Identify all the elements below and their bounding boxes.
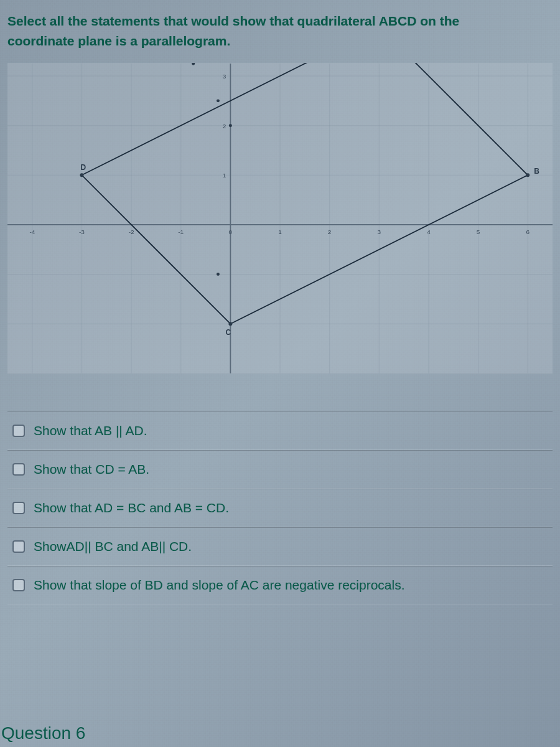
y-tick-labels: 1 2 3 bbox=[223, 73, 226, 179]
svg-point-31 bbox=[526, 173, 530, 177]
svg-text:3: 3 bbox=[223, 73, 226, 80]
svg-text:C: C bbox=[225, 328, 231, 337]
svg-text:-4: -4 bbox=[29, 228, 35, 235]
svg-text:5: 5 bbox=[477, 228, 480, 235]
question-prompt: Select all the statements that would sho… bbox=[7, 11, 553, 50]
option-2[interactable]: Show that CD = AB. bbox=[7, 450, 553, 489]
checkbox-4[interactable] bbox=[12, 540, 25, 553]
graph-svg: -4 -3 -2 -1 0 1 2 3 4 5 6 1 2 3 A B C bbox=[7, 63, 553, 374]
svg-text:3: 3 bbox=[378, 228, 381, 235]
checkbox-3[interactable] bbox=[12, 502, 25, 514]
svg-text:0: 0 bbox=[229, 228, 233, 235]
svg-text:-2: -2 bbox=[129, 228, 134, 235]
svg-text:1: 1 bbox=[223, 172, 226, 179]
option-3[interactable]: Show that AD = BC and AB = CD. bbox=[7, 489, 553, 527]
coordinate-graph: -4 -3 -2 -1 0 1 2 3 4 5 6 1 2 3 A B C bbox=[7, 63, 553, 374]
option-1-label: Show that AB || AD. bbox=[34, 423, 147, 438]
option-1[interactable]: Show that AB || AD. bbox=[7, 411, 553, 450]
prompt-line-1: Select all the statements that would sho… bbox=[7, 14, 459, 28]
checkbox-2[interactable] bbox=[12, 463, 25, 476]
answer-options: Show that AB || AD. Show that CD = AB. S… bbox=[7, 411, 553, 604]
svg-point-33 bbox=[80, 173, 83, 177]
option-4-label: ShowAD|| BC and AB|| CD. bbox=[34, 539, 192, 554]
prompt-line-2: coordinate plane is a parallelogram. bbox=[7, 34, 230, 48]
svg-text:-1: -1 bbox=[178, 228, 184, 235]
option-3-label: Show that AD = BC and AB = CD. bbox=[34, 500, 229, 515]
svg-text:1: 1 bbox=[278, 228, 282, 235]
checkbox-5[interactable] bbox=[12, 579, 25, 591]
svg-point-40 bbox=[229, 124, 232, 127]
option-5[interactable]: Show that slope of BD and slope of AC ar… bbox=[7, 566, 553, 604]
svg-text:2: 2 bbox=[223, 123, 226, 129]
next-question-heading: Question 6 bbox=[1, 723, 85, 743]
svg-text:B: B bbox=[534, 167, 539, 176]
svg-text:-3: -3 bbox=[79, 228, 85, 235]
svg-point-41 bbox=[217, 273, 220, 276]
option-2-label: Show that CD = AB. bbox=[34, 462, 149, 477]
extra-dots bbox=[192, 63, 232, 276]
svg-text:D: D bbox=[80, 163, 86, 172]
vertex-labels: A B C D bbox=[80, 63, 539, 337]
option-4[interactable]: ShowAD|| BC and AB|| CD. bbox=[7, 527, 553, 566]
x-tick-labels: -4 -3 -2 -1 0 1 2 3 4 5 6 bbox=[29, 228, 530, 235]
svg-point-39 bbox=[192, 63, 195, 65]
grid bbox=[7, 63, 553, 374]
svg-text:2: 2 bbox=[328, 228, 332, 235]
svg-point-32 bbox=[228, 322, 232, 326]
checkbox-1[interactable] bbox=[12, 425, 25, 437]
svg-point-38 bbox=[217, 99, 220, 102]
svg-text:6: 6 bbox=[526, 228, 530, 235]
option-5-label: Show that slope of BD and slope of AC ar… bbox=[34, 578, 405, 593]
quadrilateral-abcd bbox=[82, 63, 528, 324]
svg-text:4: 4 bbox=[427, 228, 431, 235]
